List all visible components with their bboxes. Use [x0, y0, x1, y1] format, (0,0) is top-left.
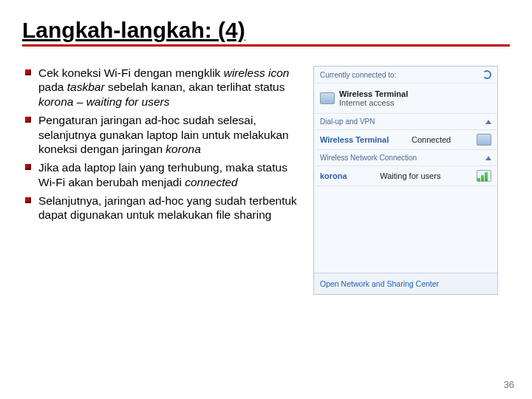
text: Jika ada laptop lain yang terhubung, mak… [38, 161, 287, 188]
text: Pengaturan jaringan ad-hoc sudah selesai… [38, 114, 289, 155]
slide: Langkah-langkah: (4) Cek koneksi Wi-Fi d… [0, 0, 532, 295]
chevron-up-icon[interactable] [485, 120, 491, 124]
page-number: 36 [504, 379, 514, 390]
network-name: korona [320, 171, 347, 180]
content-row: Cek koneksi Wi-Fi dengan mengklik wirele… [22, 66, 510, 295]
chevron-up-icon[interactable] [485, 156, 491, 160]
section-header: Currently connected to: [314, 66, 497, 83]
network-name: Wireless Terminal [320, 135, 389, 144]
network-name: Wireless Terminal [339, 89, 491, 98]
wifi-network-row[interactable]: korona Waiting for users [314, 166, 497, 186]
text-em: korona [166, 143, 200, 155]
slide-title: Langkah-langkah: (4) [22, 18, 510, 43]
connected-network-row[interactable]: Wireless Terminal Internet access [314, 83, 497, 114]
signal-bars-icon [477, 170, 491, 182]
status-label: Connected [412, 135, 451, 144]
header-label: Currently connected to: [320, 71, 396, 79]
network-icon [477, 134, 491, 146]
text: Selanjutnya, jaringan ad-hoc yang sudah … [38, 194, 297, 221]
wifi-flyout-panel: Currently connected to: Wireless Termina… [313, 66, 498, 295]
text-em: taskbar [67, 81, 108, 93]
text: sebelah kanan, akan terlihat status [108, 81, 285, 93]
vpn-row[interactable]: Wireless Terminal Connected [314, 130, 497, 150]
text: Cek koneksi Wi-Fi dengan mengklik [38, 66, 224, 79]
header-label: Wireless Network Connection [320, 154, 417, 162]
section-header: Dial-up and VPN [314, 114, 497, 130]
panel-spacer [314, 186, 497, 273]
header-label: Dial-up and VPN [320, 117, 375, 126]
list-item: Cek koneksi Wi-Fi dengan mengklik wirele… [22, 66, 303, 109]
list-item: Jika ada laptop lain yang terhubung, mak… [22, 160, 303, 189]
network-sub: Internet access [339, 98, 491, 107]
bullet-list: Cek koneksi Wi-Fi dengan mengklik wirele… [22, 66, 303, 295]
open-network-center-link[interactable]: Open Network and Sharing Center [314, 273, 497, 294]
text-em: connected [185, 176, 238, 188]
network-info: Wireless Terminal Internet access [335, 89, 491, 107]
title-underline [22, 44, 510, 47]
refresh-icon[interactable] [482, 70, 491, 79]
section-header: Wireless Network Connection [314, 150, 497, 166]
status-label: Waiting for users [380, 171, 440, 180]
list-item: Selanjutnya, jaringan ad-hoc yang sudah … [22, 194, 303, 222]
list-item: Pengaturan jaringan ad-hoc sudah selesai… [22, 113, 303, 156]
network-icon [320, 92, 335, 104]
text: pada [38, 81, 67, 93]
text-em: korona – waiting for users [38, 95, 169, 108]
text-em: wireless icon [224, 66, 290, 79]
